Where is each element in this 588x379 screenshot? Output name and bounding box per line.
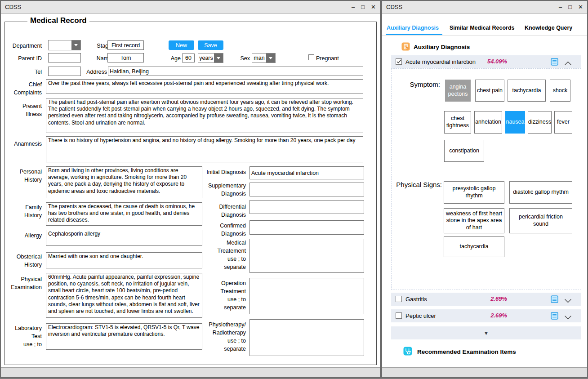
disease-checkbox-checked[interactable] [396, 58, 402, 65]
symptom-chip-selected[interactable]: nausea [505, 111, 525, 134]
chevron-down-icon[interactable] [214, 54, 223, 62]
family-history-field[interactable]: The parents are deceased, the cause of d… [46, 202, 202, 226]
age-unit-select[interactable]: years [198, 53, 223, 63]
chevron-down-icon[interactable] [71, 40, 80, 50]
chevron-down-icon[interactable] [266, 54, 275, 62]
disease-checkbox[interactable] [396, 296, 402, 302]
minimize-button[interactable]: – [559, 4, 562, 10]
close-button[interactable]: ✕ [371, 4, 376, 10]
anamnesis-label: Anamnesis [4, 140, 42, 148]
save-button[interactable]: Save [198, 40, 223, 50]
close-button[interactable]: ✕ [578, 4, 583, 10]
personal-history-field[interactable]: Born and living in other provinces, livi… [46, 166, 202, 198]
symptom-chip[interactable]: fever [554, 111, 572, 134]
sex-label: Sex [236, 54, 250, 62]
obsterical-history-field[interactable]: Married with one son and one daughter. [46, 252, 202, 268]
assistant-content: Auxiliary Diagnosis Similar Medical Reco… [382, 14, 587, 367]
detail-list-icon[interactable] [551, 295, 558, 305]
symptom-chip[interactable]: dizziness [528, 111, 552, 134]
symptom-chip[interactable]: shock [550, 80, 570, 102]
physical-examination-field[interactable]: 60mmHg. Acute painful appearance, painfu… [46, 273, 202, 318]
name-field[interactable] [107, 53, 144, 62]
sex-select[interactable]: man [252, 53, 276, 63]
chevron-down-icon[interactable] [564, 297, 572, 305]
parent-id-field[interactable] [48, 53, 81, 62]
personal-history-label: Personal History [4, 168, 42, 184]
operation-treatment-label: Operation Treatment use ; to separate [205, 279, 246, 312]
tab-knowledge-query[interactable]: Knowledge Query [525, 25, 572, 31]
physiotherapy-field[interactable] [249, 319, 364, 356]
sign-chip[interactable]: pericardial friction sound [509, 208, 572, 233]
show-more-diseases[interactable]: ▼ [391, 326, 581, 339]
page-title: Medical Record [27, 16, 89, 25]
new-button[interactable]: New [169, 40, 194, 50]
disease-probability: 2.69% [472, 312, 507, 319]
symptom-chip[interactable]: tachycardia [508, 80, 546, 102]
disease-probability: 54.09% [472, 58, 507, 65]
sign-chip[interactable]: tachycardia [444, 236, 504, 257]
department-select[interactable] [48, 40, 81, 50]
pregnant-checkbox[interactable] [308, 54, 314, 60]
auxiliary-diagnosis-icon [401, 42, 410, 53]
anamnesis-field[interactable]: There is no history of hypertension and … [46, 136, 363, 162]
initial-diagnosis-field[interactable] [249, 166, 364, 179]
right-statusbar [382, 367, 587, 377]
disease-card-header[interactable]: Gastritis 2.69% [391, 293, 581, 306]
confirmed-diagnosis-field[interactable] [249, 220, 364, 235]
symptom-chip[interactable]: chest tightness [444, 111, 471, 134]
symptom-chip[interactable]: angina pectoris [445, 80, 471, 102]
supplementary-diagnosis-label: Supplementary Diagnosis [205, 182, 246, 198]
triangle-down-icon: ▼ [484, 330, 489, 336]
pregnant-label: Pregnant [316, 54, 343, 62]
disease-name: Peptic ulcer [405, 312, 436, 319]
chief-complaints-field[interactable]: Over the past three years, always felt e… [46, 79, 363, 94]
medical-treatment-label: Medical Treatement use ; to separate [205, 239, 246, 272]
department-label: Department [4, 42, 42, 50]
stage-field[interactable] [107, 40, 144, 50]
address-field[interactable] [108, 67, 363, 76]
symptom-chip[interactable]: chest pain [475, 80, 504, 102]
sign-chip[interactable]: presystolic gallop rhythm [444, 181, 504, 204]
age-field[interactable] [182, 54, 195, 62]
present-illness-field[interactable]: The patient had post-sternal pain after … [46, 98, 363, 133]
physiotherapy-label: Physiotherapy/ Radiotherapy use ; to sep… [205, 321, 246, 353]
differential-diagnosis-field[interactable] [249, 200, 364, 214]
disease-card-header[interactable]: Acute myocardial infarction 54.09% [391, 55, 581, 68]
detail-list-icon[interactable] [551, 58, 558, 67]
recommended-examination-icon [403, 347, 412, 357]
sign-chip[interactable]: weakness of first heart stone in the ape… [444, 208, 504, 233]
sex-value: man [252, 54, 266, 62]
tab-similar-medical-records[interactable]: Similar Medical Records [450, 25, 515, 31]
disease-card-header[interactable]: Peptic ulcer 2.69% [391, 309, 581, 322]
tab-auxiliary-diagnosis[interactable]: Auxiliary Diagnosis [387, 25, 439, 31]
maximize-button[interactable]: □ [361, 4, 365, 10]
symptom-chip[interactable]: constipation [444, 140, 484, 162]
physical-signs-group-label: Physical Signs: [392, 181, 442, 188]
disease-name: Gastritis [405, 296, 427, 303]
left-statusbar [1, 367, 380, 377]
laboratory-test-field[interactable]: Electrocardiogram: STV1-5 is elevated, Q… [46, 323, 202, 350]
left-titlebar[interactable]: CDSS – □ ✕ [1, 1, 380, 13]
tel-field[interactable] [48, 67, 81, 76]
sign-chip[interactable]: diastolic gallop rhythm [509, 181, 572, 204]
right-titlebar[interactable]: CDSS – □ ✕ [382, 1, 587, 13]
obsterical-history-label: Obsterical History [4, 253, 42, 269]
disease-checkbox[interactable] [396, 312, 402, 319]
chevron-up-icon[interactable] [564, 59, 572, 67]
minimize-button[interactable]: – [352, 4, 355, 10]
physical-examination-label: Physical Examination [4, 275, 42, 291]
chief-complaints-label: Chief Complaints [4, 80, 42, 97]
maximize-button[interactable]: □ [568, 4, 572, 10]
chevron-down-icon[interactable] [564, 313, 572, 321]
medical-treatment-field[interactable] [249, 239, 364, 273]
allergy-field[interactable]: Cephalosporin allergy [46, 230, 202, 246]
section-title: Auxiliary Diagnosis [414, 44, 470, 50]
symptom-chip[interactable]: anhelation [474, 111, 502, 134]
family-history-label: Family History [4, 203, 42, 219]
supplementary-diagnosis-field[interactable] [249, 183, 364, 196]
detail-list-icon[interactable] [551, 312, 558, 321]
age-label: Age [168, 54, 181, 62]
operation-treatment-field[interactable] [249, 278, 364, 314]
symptom-group-label: Symptom: [392, 80, 440, 88]
medical-record-window: CDSS – □ ✕ Medical Record Department Sta… [0, 0, 381, 378]
